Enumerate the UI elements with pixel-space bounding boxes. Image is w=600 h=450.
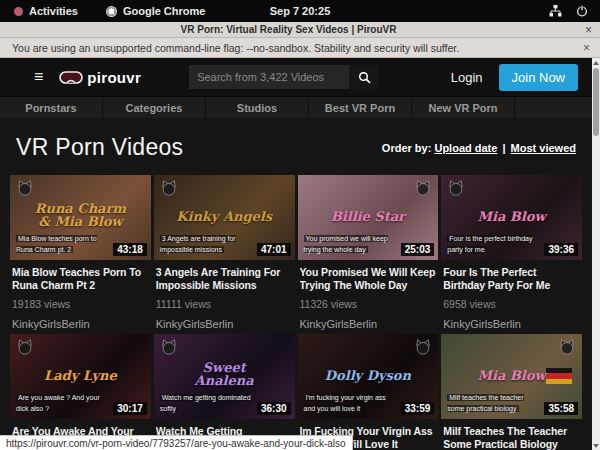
page-heading-row: VR Porn Videos Order by: Upload date | M… [0,118,592,175]
power-icon[interactable] [576,5,588,17]
duration-badge: 43:18 [113,243,147,256]
studio-mask-icon [16,338,34,356]
order-upload-date-link[interactable]: Upload date [434,142,497,154]
login-link[interactable]: Login [451,70,483,85]
duration-badge: 47:01 [257,243,291,256]
infobar-close-icon[interactable]: × [573,41,600,55]
video-title[interactable]: You Promised We Will Keep Trying The Who… [300,266,437,292]
site-header: ≡ pirouvr [0,58,592,96]
search-box [189,65,379,89]
thumbnail-overlay-name: Kinky Angels [154,210,295,224]
nav-item-new-vr[interactable]: New VR Porn [412,97,515,118]
duration-badge: 39:36 [544,243,578,256]
thumbnail-caption: Watch me getting dominated softly [160,393,255,414]
duration-badge: 35:58 [544,402,578,415]
video-thumbnail[interactable]: Kinky Angels 3 Angels are training for i… [154,175,295,260]
video-card: Sweet Analena Watch me getting dominated… [154,334,295,450]
auth-area: Login Join Now [451,64,578,91]
hamburger-menu-icon[interactable]: ≡ [34,69,43,85]
video-thumbnail[interactable]: Mia Blow Milf teaches the teacher some p… [441,334,582,419]
web-page: ≡ pirouvr [0,58,592,450]
order-most-viewed-link[interactable]: Most viewed [511,142,576,154]
video-views: 11326 views [300,298,437,310]
search-input[interactable] [189,65,349,89]
studio-mask-icon [558,338,576,356]
order-separator: | [502,142,505,154]
nav-item-pornstars[interactable]: Pornstars [0,97,103,118]
thumbnail-caption: Four is the perfect birthday party for m… [447,234,542,255]
video-title[interactable]: Milf Teaches The Teacher Some Practical … [443,425,580,450]
video-card: Kinky Angels 3 Angels are training for i… [154,175,295,330]
thumbnail-overlay-name: Mia Blow [441,210,582,224]
studio-link[interactable]: KinkyGirlsBerlin [443,318,580,330]
scroll-down-icon[interactable] [592,441,600,450]
duration-badge: 33:59 [401,402,435,415]
duration-badge: 36:30 [257,402,291,415]
studio-mask-icon [160,179,178,197]
window-close-icon[interactable]: × [577,23,600,37]
network-tree-icon[interactable] [549,5,562,17]
duration-badge: 25:03 [401,243,435,256]
video-thumbnail[interactable]: Sweet Analena Watch me getting dominated… [154,334,295,419]
video-views: 11111 views [156,298,293,310]
nav-item-studios[interactable]: Studios [206,97,309,118]
main-nav: Pornstars Categories Studios Best VR Por… [0,96,592,118]
studio-mask-icon [414,179,432,197]
thumbnail-caption: 3 Angels are training for impossible mis… [160,234,255,255]
screen: Activities Google Chrome Sep 7 20:25 VR … [0,0,600,450]
studio-mask-icon [160,338,178,356]
video-thumbnail[interactable]: Mia Blow Four is the perfect birthday pa… [441,175,582,260]
video-title[interactable]: 3 Angels Are Training For Impossible Mis… [156,266,293,292]
search-icon [358,71,371,84]
studio-mask-icon [447,179,465,197]
window-title: VR Porn: Virtual Reality Sex Videos | Pi… [0,24,577,35]
thumbnail-caption: Mia Blow teaches porn to Runa Charm pt. … [16,234,111,255]
video-card: Dolly Dyson I'm fucking your virgin ass … [298,334,439,450]
nav-item-categories[interactable]: Categories [103,97,206,118]
thumbnail-overlay-name: Mia Blow [441,369,582,383]
site-logo-text: pirouvr [87,69,141,86]
video-card: Mia Blow Four is the perfect birthday pa… [441,175,582,330]
video-card: Runa Charm & Mia Blow Mia Blow teaches p… [10,175,151,330]
join-now-button[interactable]: Join Now [499,64,578,91]
thumbnail-overlay-name: Lady Lyne [10,369,151,383]
scrollbar-thumb[interactable] [593,68,599,136]
video-card: Mia Blow Milf teaches the teacher some p… [441,334,582,450]
chrome-infobar: You are using an unsupported command-lin… [0,38,600,58]
scroll-up-icon[interactable] [592,58,600,67]
video-thumbnail[interactable]: Runa Charm & Mia Blow Mia Blow teaches p… [10,175,151,260]
link-preview-statusbar: https://pirouvr.com/vr-porn-video/779325… [0,435,353,450]
nav-item-best-vr[interactable]: Best VR Porn [309,97,412,118]
thumbnail-caption: You promised we will keep trying the who… [304,234,399,255]
studio-mask-icon [16,179,34,197]
video-thumbnail[interactable]: Lady Lyne Are you awake ? And your dick … [10,334,151,419]
video-title[interactable]: Four Is The Perfect Birthday Party For M… [443,266,580,292]
video-views: 6958 views [443,298,580,310]
thumbnail-overlay-name: Billie Star [298,210,439,224]
system-top-bar: Activities Google Chrome Sep 7 20:25 [0,0,600,22]
thumbnail-overlay-name: Runa Charm & Mia Blow [10,202,151,229]
video-title[interactable]: Mia Blow Teaches Porn To Runa Charm Pt 2 [12,266,149,292]
studio-link[interactable]: KinkyGirlsBerlin [12,318,149,330]
video-thumbnail[interactable]: Dolly Dyson I'm fucking your virgin ass … [298,334,439,419]
order-by-label: Order by: [382,142,432,154]
video-thumbnail[interactable]: Billie Star You promised we will keep tr… [298,175,439,260]
clock[interactable]: Sep 7 20:25 [0,5,600,17]
site-logo[interactable]: pirouvr [59,69,141,86]
browser-title-bar: VR Porn: Virtual Reality Sex Videos | Pi… [0,22,600,38]
search-button[interactable] [349,65,379,89]
vertical-scrollbar[interactable] [592,58,600,450]
studio-link[interactable]: KinkyGirlsBerlin [156,318,293,330]
infobar-message: You are using an unsupported command-lin… [0,42,573,54]
order-by: Order by: Upload date | Most viewed [382,142,576,154]
vr-goggles-icon [59,71,83,84]
studio-link[interactable]: KinkyGirlsBerlin [300,318,437,330]
studio-mask-icon [414,338,432,356]
thumbnail-caption: Are you awake ? And your dick also ? [16,393,111,414]
thumbnail-overlay-name: Sweet Analena [154,361,295,388]
duration-badge: 30:17 [113,402,147,415]
video-card: Billie Star You promised we will keep tr… [298,175,439,330]
browser-viewport: ≡ pirouvr [0,58,600,450]
video-card: Lady Lyne Are you awake ? And your dick … [10,334,151,450]
video-views: 19183 views [12,298,149,310]
